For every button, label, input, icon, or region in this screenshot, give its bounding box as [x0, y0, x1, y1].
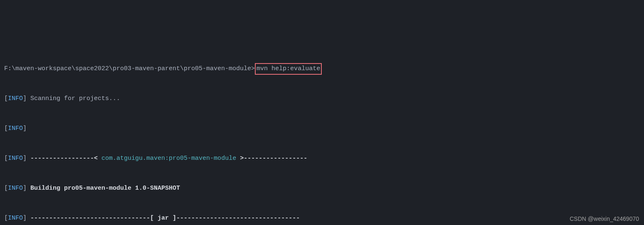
prompt-line: F:\maven-workspace\space2022\pro03-maven… — [4, 61, 640, 76]
command-highlight: mvn help:evaluate — [255, 63, 322, 75]
watermark: CSDN @weixin_42469070 — [570, 216, 639, 222]
prompt-path: F:\maven-workspace\space2022\pro03-maven… — [4, 65, 255, 72]
log-line-header: [INFO] -----------------< com.atguigu.ma… — [4, 151, 640, 166]
artifact-id: com.atguigu.maven:pro05-maven-module — [101, 155, 236, 162]
info-label: INFO — [8, 155, 23, 162]
info-label: INFO — [8, 185, 23, 192]
log-line-packaging: [INFO] --------------------------------[… — [4, 211, 640, 225]
info-label: INFO — [8, 95, 23, 102]
log-line-scanning: [INFO] Scanning for projects... — [4, 91, 640, 106]
log-line-empty: [INFO] — [4, 121, 640, 136]
info-label: INFO — [8, 215, 23, 222]
log-line-building: [INFO] Building pro05-maven-module 1.0-S… — [4, 181, 640, 196]
info-label: INFO — [8, 125, 23, 132]
